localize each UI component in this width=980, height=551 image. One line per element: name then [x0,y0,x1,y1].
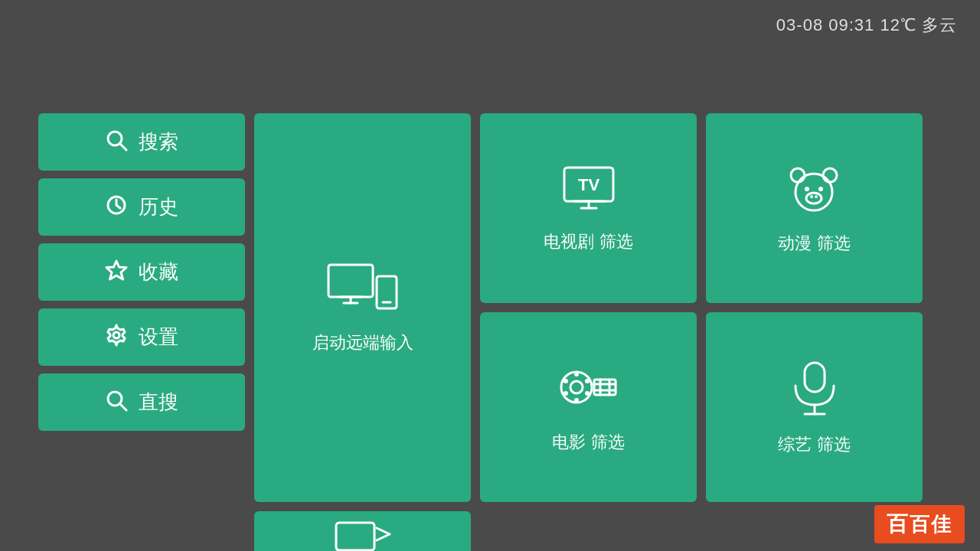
svg-point-20 [823,168,837,182]
svg-point-4 [113,332,119,338]
datetime-weather: 03-08 09:31 12℃ 多云 [776,15,957,34]
svg-point-29 [574,398,579,403]
left-column: 搜索 历史 收藏 [38,113,245,551]
favorites-button[interactable]: 收藏 [38,243,245,301]
star-icon [105,259,128,285]
anime-filter-label: 动漫 筛选 [778,232,850,255]
documentary-filter-cell[interactable]: 纪录片 筛选 [254,511,471,551]
direct-search-icon [105,389,128,416]
watermark: 百百佳 [874,505,965,543]
tv-filter-cell[interactable]: TV 电视剧 筛选 [480,113,697,303]
direct-search-label: 直搜 [139,389,178,416]
remote-input-cell[interactable]: 启动远端输入 [254,113,471,502]
svg-rect-34 [594,380,616,395]
history-label: 历史 [139,194,178,220]
direct-search-button[interactable]: 直搜 [38,373,245,431]
svg-point-28 [574,372,579,377]
mic-icon [788,359,841,419]
svg-point-27 [570,381,583,393]
svg-point-30 [564,379,568,383]
svg-line-1 [120,144,126,150]
movie-filter-label: 电影 筛选 [552,431,624,454]
svg-rect-7 [328,265,373,297]
variety-filter-cell[interactable]: 综艺 筛选 [706,312,923,502]
svg-line-6 [120,404,126,410]
settings-button[interactable]: 设置 [38,308,245,366]
svg-point-31 [585,379,590,383]
movie-filter-cell[interactable]: 电影 筛选 [480,312,697,502]
main-container: 搜索 历史 收藏 [38,113,923,551]
watermark-text: 百佳 [910,513,952,536]
svg-marker-3 [106,261,126,279]
bear-icon [786,161,843,218]
search-label: 搜索 [139,129,178,155]
svg-point-32 [564,391,568,396]
remote-icon [325,261,401,318]
watermark-prefix: 百 [887,512,910,536]
svg-point-21 [805,187,809,191]
favorites-label: 收藏 [139,259,178,285]
svg-rect-42 [336,523,374,550]
clock-icon [105,194,128,220]
settings-label: 设置 [139,324,178,350]
anime-filter-cell[interactable]: 动漫 筛选 [706,113,923,303]
tv-filter-label: 电视剧 筛选 [544,230,632,253]
camera-icon [332,511,394,551]
header-status: 03-08 09:31 12℃ 多云 [776,14,957,37]
svg-text:TV: TV [577,175,599,194]
film-icon [558,360,619,417]
search-icon [105,129,128,155]
svg-point-22 [818,187,823,191]
svg-point-25 [815,195,818,198]
svg-point-24 [810,195,813,198]
history-button[interactable]: 历史 [38,178,245,236]
svg-point-33 [585,391,590,396]
right-grid: 启动远端输入 TV 电视剧 筛选 [254,113,923,551]
search-button[interactable]: 搜索 [38,113,245,171]
tv-icon: TV [558,164,619,217]
svg-point-23 [806,193,822,204]
gear-icon [105,324,128,350]
remote-input-label: 启动远端输入 [312,331,413,354]
variety-filter-label: 综艺 筛选 [778,433,850,456]
svg-rect-11 [377,276,397,308]
svg-rect-39 [805,363,825,392]
svg-point-19 [791,168,805,182]
